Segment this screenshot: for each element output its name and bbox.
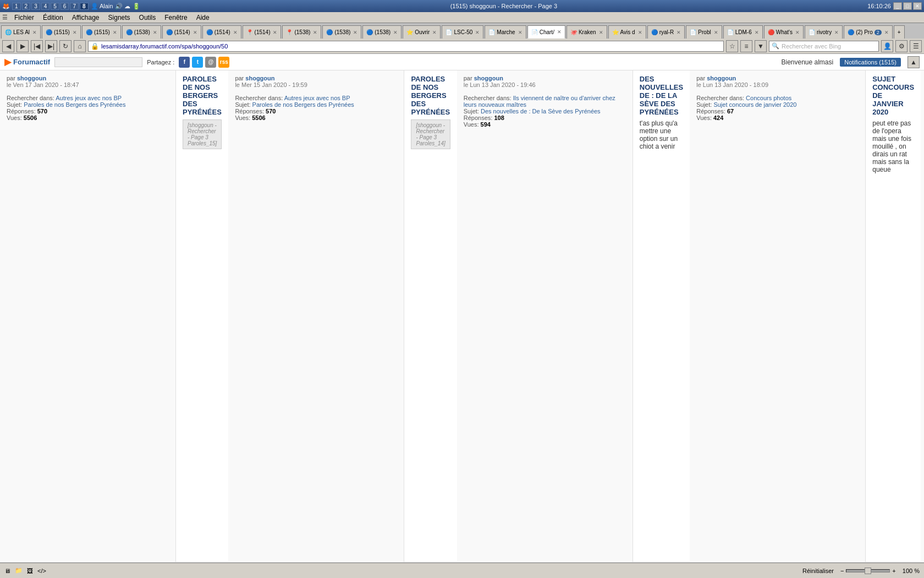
result-item: par shoggoun le Lun 13 Jan 2020 - 18:09 … — [690, 70, 921, 563]
maximize-button[interactable]: □ — [903, 2, 912, 10]
tab-pro-badge[interactable]: 🔵(2) Pro2✕ — [844, 25, 893, 39]
menu-item-outils[interactable]: Outils — [135, 13, 161, 23]
title-user: 👤 Alain — [91, 3, 113, 10]
menu-item-fichier[interactable]: Fichier — [10, 13, 38, 23]
result-item: par shoggoun le Lun 13 Jan 2020 - 19:46 … — [457, 70, 690, 563]
back-button[interactable]: ◀ — [2, 40, 14, 52]
result-title[interactable]: SUJET CONCOURS DE JANVIER 2020 — [872, 75, 914, 116]
author-link[interactable]: shoggoun — [707, 75, 736, 81]
reinitialiser-label[interactable]: Réinitialiser — [802, 568, 834, 574]
menu-item-affichage[interactable]: Affichage — [68, 13, 104, 23]
tab-ldm[interactable]: 📄LDM-6✕ — [723, 25, 763, 39]
browser-tabs: 🌐LES Al✕ 🔵(1515)✕ 🔵(1515)✕ 🔵(1538)✕ 🔵(15… — [0, 23, 924, 39]
search-placeholder: Rechercher avec Bing — [782, 43, 841, 50]
zoom-control: − + — [840, 568, 896, 574]
search-bar[interactable]: 🔍 Rechercher avec Bing — [769, 41, 879, 52]
tab-ouvrir[interactable]: ⭐Ouvrir✕ — [403, 25, 441, 39]
forum-right: Bienvenue almasi Notifications (1515) ▲ — [781, 56, 920, 68]
first-page-button[interactable]: |◀ — [31, 40, 43, 52]
profile-button[interactable]: 👤 — [881, 40, 893, 52]
tab-rivotry[interactable]: 📄rivotry✕ — [805, 25, 843, 39]
menu-bar: ☰ Fichier Édition Affichage Signets Outi… — [0, 12, 924, 23]
window-title: (1515) shoggoun - Rechercher - Page 3 — [140, 3, 868, 9]
result-title[interactable]: DES NOUVELLES DE : DE LA SÈVE DES PYRÉNÉ… — [640, 75, 683, 116]
top-button[interactable]: ▲ — [908, 56, 920, 68]
zoom-thumb — [865, 568, 871, 574]
address-bar[interactable]: 🔒 lesamisdarray.forumactif.com/spa/shogg… — [88, 41, 724, 52]
zoom-slider[interactable] — [846, 569, 890, 572]
title-numbers: 12345678 — [12, 3, 89, 10]
status-icon-screen: 🖥 — [4, 568, 10, 574]
social-icons: f t @ rss — [179, 57, 229, 68]
tab-les-al[interactable]: 🌐LES Al✕ — [1, 25, 41, 39]
zoom-in-icon[interactable]: + — [892, 568, 895, 574]
reader-button[interactable]: ≡ — [740, 40, 752, 52]
bookmark-button[interactable]: ☆ — [726, 40, 738, 52]
tab-1515-1[interactable]: 🔵(1515)✕ — [42, 25, 81, 39]
tab-1538-1[interactable]: 🔵(1538)✕ — [122, 25, 161, 39]
forum-toolbar: ▶ Forumactif Partagez : f t @ rss Bienve… — [0, 54, 924, 70]
dropdown-button[interactable]: ▼ — [755, 40, 767, 52]
tab-probl[interactable]: 📄Probl✕ — [686, 25, 722, 39]
tab-chart[interactable]: 📄Chart/✕ — [527, 25, 565, 39]
menu-item-fenetre[interactable]: Fenêtre — [160, 13, 191, 23]
window-controls[interactable]: _ □ ✕ — [893, 2, 922, 10]
reload-button[interactable]: ↻ — [59, 40, 72, 52]
status-icon-folder: 📁 — [15, 567, 23, 574]
home-button[interactable]: ⌂ — [74, 40, 86, 52]
main-content: par shoggoun le Ven 17 Jan 2020 - 18:47 … — [0, 70, 924, 563]
tab-1514-2[interactable]: 🔵(1514)✕ — [202, 25, 241, 39]
title-bar: 🦊 12345678 👤 Alain 🔊 ☁ 🔋 (1515) shoggoun… — [0, 0, 924, 12]
forumactif-label: Forumactif — [13, 58, 50, 66]
tab-1514-1[interactable]: 🔵(1514)✕ — [162, 25, 201, 39]
result-image: [shoggoun - Rechercher - Page 3 Paroles_… — [411, 119, 450, 149]
settings-button[interactable]: ⚙ — [895, 40, 908, 52]
result-item: par shoggoun le Lun 13 Jan 2020 - 18:01 … — [921, 70, 924, 563]
author-link[interactable]: shoggoun — [474, 75, 503, 81]
title-icons: 🔊 ☁ 🔋 — [115, 3, 140, 10]
tab-1538-4[interactable]: 🔵(1538)✕ — [362, 25, 402, 39]
app-icon: 🦊 — [2, 3, 10, 10]
tab-kraken[interactable]: 🐙Kraken✕ — [566, 25, 607, 39]
tab-1515-2[interactable]: 🔵(1515)✕ — [82, 25, 121, 39]
menu-button[interactable]: ☰ — [910, 40, 922, 52]
tab-new[interactable]: + — [894, 25, 905, 39]
author-link[interactable]: shoggoun — [17, 75, 46, 81]
status-left: 🖥 📁 🖼 </> — [4, 567, 46, 574]
zoom-level: 100 % — [903, 568, 920, 574]
menu-item-aide[interactable]: Aide — [192, 13, 214, 23]
facebook-icon[interactable]: f — [179, 57, 190, 68]
menu-item-edition[interactable]: Édition — [38, 13, 68, 23]
email-icon[interactable]: @ — [205, 57, 216, 68]
close-button[interactable]: ✕ — [913, 2, 922, 10]
minimize-button[interactable]: _ — [893, 2, 902, 10]
notifications-button[interactable]: Notifications (1515) — [840, 58, 901, 67]
twitter-icon[interactable]: t — [192, 57, 203, 68]
result-image: [shoggoun - Rechercher - Page 3 Paroles_… — [183, 119, 222, 149]
result-title[interactable]: PAROLES DE NOS BERGERS DES PYRÉNÉES — [411, 75, 450, 116]
zoom-out-icon[interactable]: − — [840, 568, 844, 574]
tab-avis[interactable]: ⭐Avis d✕ — [608, 25, 646, 39]
search-icon: 🔍 — [772, 42, 779, 50]
result-title[interactable]: PAROLES DE NOS BERGERS DES PYRÉNÉES — [183, 75, 222, 116]
address-icon: 🔒 — [91, 42, 99, 50]
forward-button[interactable]: ▶ — [16, 40, 29, 52]
tab-marche[interactable]: 📄Marche✕ — [485, 25, 526, 39]
rss-icon[interactable]: rss — [218, 57, 229, 68]
navigation-bar: ◀ ▶ |◀ ▶| ↻ ⌂ 🔒 lesamisdarray.forumactif… — [0, 39, 924, 54]
tab-lsc[interactable]: 📄LSC-50✕ — [442, 25, 483, 39]
forum-search-input[interactable] — [54, 57, 142, 67]
tab-1514-3[interactable]: 📍(1514)✕ — [243, 25, 282, 39]
author-link[interactable]: shoggoun — [245, 75, 274, 81]
result-item: par shoggoun le Ven 17 Jan 2020 - 18:47 … — [0, 70, 228, 563]
tab-whats[interactable]: 🔴What's✕ — [764, 25, 804, 39]
tab-ryal[interactable]: 🔵ryal-R✕ — [647, 25, 685, 39]
bienvenue-text: Bienvenue almasi — [781, 58, 833, 66]
address-text: lesamisdarray.forumactif.com/spa/shoggou… — [101, 43, 721, 50]
tab-1538-2[interactable]: 📍(1538)✕ — [282, 25, 321, 39]
tab-1538-3[interactable]: 🔵(1538)✕ — [322, 25, 361, 39]
menu-item-signets[interactable]: Signets — [104, 13, 135, 23]
result-item: par shoggoun le Mer 15 Jan 2020 - 19:59 … — [228, 70, 457, 563]
last-page-button[interactable]: ▶| — [45, 40, 57, 52]
forumactif-icon: ▶ — [4, 57, 11, 67]
